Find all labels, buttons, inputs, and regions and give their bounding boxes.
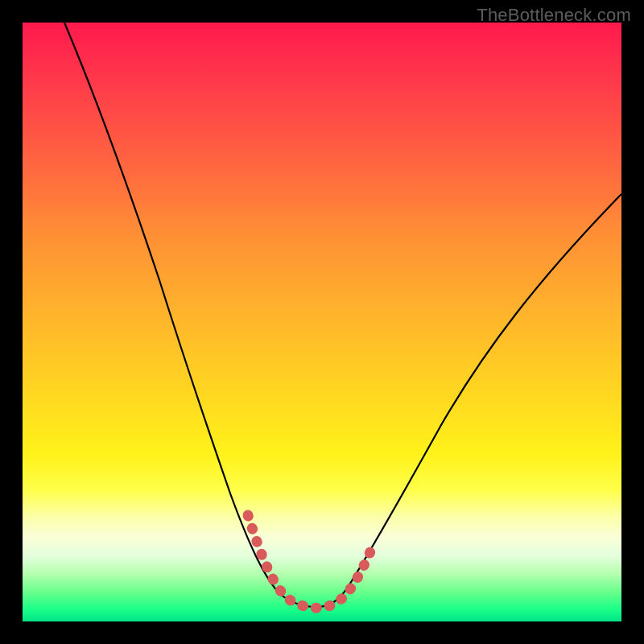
chart-svg: [23, 23, 621, 621]
plot-area: [23, 23, 621, 621]
sweet-spot-band: [248, 515, 374, 608]
chart-frame: TheBottleneck.com: [0, 0, 644, 644]
bottleneck-curve: [64, 23, 621, 607]
